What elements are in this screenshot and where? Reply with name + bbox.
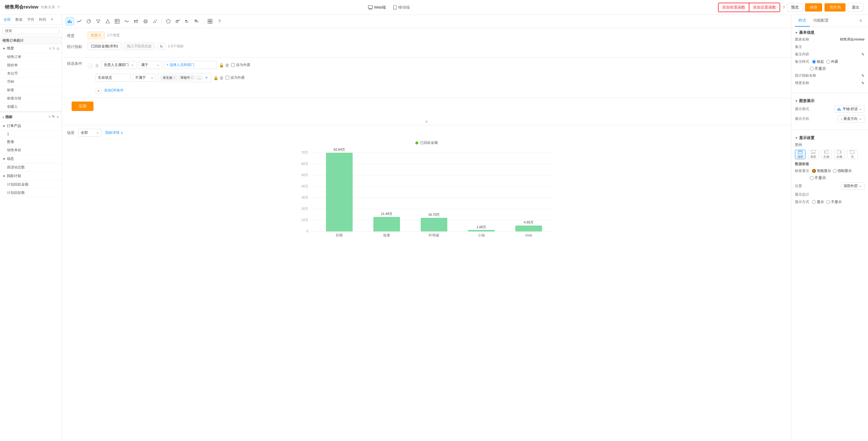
metric-name-edit[interactable]: ✎ [862, 74, 864, 78]
sidebar-item-base-currency[interactable]: 本位币 [0, 69, 62, 78]
fx-button[interactable]: fx [157, 43, 165, 50]
label-smart-opt[interactable]: 智能显示 [812, 168, 831, 173]
note-content-edit[interactable]: ✎ [862, 52, 864, 57]
filter-op-2[interactable]: 不属于 [132, 74, 156, 82]
sidebar-tab-all[interactable]: 全部 [2, 17, 12, 23]
position-select[interactable]: 顶部外层 [841, 182, 864, 190]
filter-op-1[interactable]: 属于 [138, 61, 162, 69]
scene-select[interactable]: 全部 [78, 129, 102, 137]
stacked-icon[interactable] [132, 17, 140, 25]
sidebar-item-quantity[interactable]: 数量 [0, 138, 62, 146]
sidebar-item-repayment-amount[interactable]: 计划回款金额 [0, 180, 62, 189]
filter-field-2[interactable]: 生命状态 [95, 74, 131, 82]
note-style-radio-2[interactable] [826, 60, 830, 64]
repayment-header[interactable]: ▼ 回款计划 [0, 172, 62, 180]
metrics-add-icon[interactable]: ＋ [56, 115, 59, 120]
bar-chart-icon[interactable] [66, 17, 74, 25]
locate-icon[interactable]: ◎ [57, 47, 59, 51]
display-mode-show-radio[interactable] [812, 200, 816, 204]
metrics-header[interactable]: ≡ 指标 ≡ ✎ ＋ [0, 113, 62, 122]
display-settings-header[interactable]: ▼ 显示设置 [795, 132, 864, 142]
object-relation-link[interactable]: 对象关系 [41, 5, 55, 10]
sort-icon[interactable]: ≡ [49, 47, 51, 51]
help-chart-icon[interactable]: ? [215, 17, 224, 25]
scatter-icon[interactable] [151, 17, 159, 25]
filter-field-1[interactable]: 负责人主属部门 [101, 61, 137, 69]
triangle-chart-icon[interactable] [103, 17, 112, 25]
metrics-sort-icon[interactable]: ≡ [49, 115, 51, 120]
label-force-radio[interactable] [833, 169, 837, 173]
funnel-icon[interactable] [94, 17, 102, 25]
tab-style[interactable]: 样式 [795, 15, 810, 27]
note-style-opt-collapse[interactable]: 收起 [812, 59, 824, 64]
lock-icon-1[interactable]: 🔒 [219, 63, 224, 67]
display-mode-show[interactable]: 显示 [812, 200, 824, 205]
wave-icon[interactable] [122, 17, 131, 25]
dimension-tag[interactable]: 负责人 [88, 32, 105, 39]
legend-left-btn[interactable]: 左侧 [821, 150, 832, 159]
metrics-edit-icon[interactable]: ✎ [52, 115, 55, 120]
bar-liuyou[interactable] [326, 153, 353, 231]
basic-info-header[interactable]: ▼ 基本信息 [795, 27, 864, 37]
add-tag-btn[interactable]: ＋ [204, 75, 209, 81]
label-hidden-opt[interactable]: 不显示 [810, 175, 864, 180]
display-mode-hide[interactable]: 不显示 [826, 200, 842, 205]
metric-drop-zone[interactable]: 拖入字段至此处 [124, 42, 155, 50]
table-icon[interactable] [113, 17, 121, 25]
tag-shenhezhong-close[interactable]: × [191, 76, 193, 79]
legend-none-btn[interactable]: 无 [847, 150, 858, 159]
save-button[interactable]: 保存 [805, 3, 822, 11]
dimensions-group-header[interactable]: ▼ 维度 ≡ ✎ ◎ [0, 44, 62, 53]
exit-button[interactable]: 退出 [848, 3, 863, 12]
legend-right-btn[interactable]: 右侧 [834, 150, 845, 159]
tag-more[interactable]: ... [196, 76, 203, 80]
circle-icon[interactable] [142, 17, 150, 25]
filter-val-2[interactable]: 未生效 × 审核中 × ... ＋ [158, 73, 212, 82]
pie-chart-icon[interactable] [85, 17, 93, 25]
right-menu-icon[interactable]: ≡ [857, 16, 864, 26]
display-direction-select[interactable]: ↓ 垂直方向 [838, 115, 864, 122]
metric-tag[interactable]: 已回款金额(求和) [88, 42, 121, 50]
edit-icon[interactable]: ✎ [52, 47, 55, 51]
toolbar-help-icon[interactable]: ? [782, 5, 785, 10]
sidebar-item-currency[interactable]: 币种 [0, 78, 62, 86]
header-help-icon[interactable]: ? [57, 5, 60, 10]
lock-icon-2[interactable]: 🔒 [213, 76, 218, 80]
legend-bottom-btn[interactable]: 底部 [808, 150, 818, 159]
mobile-device-btn[interactable]: 移动端 [393, 5, 410, 10]
sidebar-tab-number[interactable]: 数值 [14, 17, 24, 23]
apply-button[interactable]: 应用 [71, 101, 93, 111]
line-chart-icon[interactable] [75, 17, 84, 25]
dynamic-header[interactable]: ▼ 动态 [0, 154, 62, 164]
filter-val-1[interactable]: + 选择人员和部门 [164, 61, 217, 69]
sidebar-item-tag[interactable]: 标签 [0, 86, 62, 94]
combo-icon[interactable] [174, 17, 182, 25]
filter-expose-check-1[interactable] [231, 63, 235, 67]
sidebar-tab-text[interactable]: 字符 [26, 17, 35, 23]
bar-yemingzhu[interactable] [421, 218, 447, 231]
note-style-radio-1[interactable] [812, 60, 816, 64]
collapse-toggle[interactable]: ∧ [62, 118, 791, 125]
add-pre-function-button[interactable]: 添加前置函数 [719, 3, 749, 11]
order-products-header[interactable]: ▼ 订单产品 [0, 122, 62, 130]
metric-detail-link[interactable]: 指标详情 ≡ [105, 130, 123, 135]
add-post-function-button[interactable]: 添加后置函数 [749, 3, 779, 11]
bar-xiaojia[interactable] [468, 230, 495, 231]
add-condition-plus[interactable]: ＋ [95, 88, 102, 94]
filter-expose-check-2[interactable] [225, 76, 229, 80]
preview-button[interactable]: 预览 [787, 3, 803, 12]
legend-top-btn[interactable]: 顶部 [795, 150, 806, 159]
note-style-radio-3[interactable] [810, 67, 813, 71]
sidebar-tab-time[interactable]: 时间 [38, 17, 47, 23]
display-type-select[interactable]: 平铺·舒适 [835, 106, 864, 113]
label-smart-radio[interactable] [812, 169, 816, 173]
sidebar-item-creator[interactable]: 创建人 [0, 103, 62, 111]
sidebar-item-sales-order[interactable]: 销售订单 [0, 53, 62, 61]
label-hidden-radio[interactable] [810, 176, 813, 180]
save-as-button[interactable]: 另存为 [825, 3, 845, 11]
tag-weishengxiao-close[interactable]: × [173, 76, 175, 79]
radar-icon[interactable] [164, 17, 173, 25]
bar-rose[interactable] [515, 226, 542, 231]
dimension-name-edit[interactable]: ✎ [862, 81, 864, 85]
sidebar-item-quote[interactable]: 报价单 [0, 61, 62, 69]
